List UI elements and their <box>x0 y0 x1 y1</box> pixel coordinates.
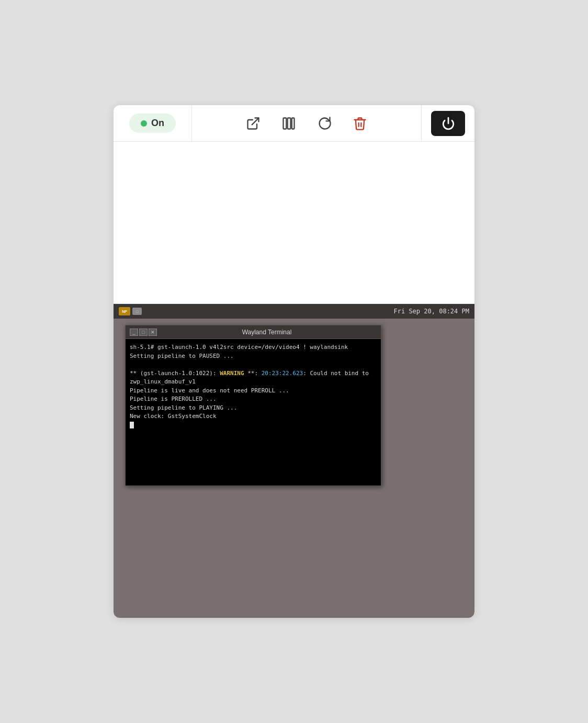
power-icon <box>442 117 455 130</box>
refresh-icon <box>317 116 332 131</box>
terminal-line-6: Pipeline is PREROLLED ... <box>130 395 377 404</box>
delete-button[interactable] <box>349 113 370 134</box>
status-label: On <box>151 118 164 129</box>
terminal-controls: _ □ ✕ <box>130 329 157 336</box>
toolbar: On <box>114 105 474 142</box>
svg-line-0 <box>252 118 259 125</box>
status-section: On <box>114 105 192 141</box>
power-button[interactable] <box>431 111 465 136</box>
status-dot <box>141 120 147 127</box>
svg-rect-3 <box>292 118 295 129</box>
terminal-line-7: Setting pipeline to PLAYING ... <box>130 404 377 413</box>
terminal-cursor-line <box>130 421 377 430</box>
external-link-button[interactable] <box>243 113 264 134</box>
desktop-area: NP □ Fri Sep 20, 08:24 PM _ □ ✕ Wayland … <box>114 304 474 618</box>
columns-button[interactable] <box>278 113 299 134</box>
delete-icon <box>353 116 367 131</box>
power-section <box>422 105 474 141</box>
content-area <box>114 142 474 304</box>
columns-icon <box>281 116 296 131</box>
taskbar: NP □ Fri Sep 20, 08:24 PM <box>114 304 474 319</box>
terminal-line-1: sh-5.1# gst-launch-1.0 v4l2src device=/d… <box>130 343 377 352</box>
taskbar-time: Fri Sep 20, 08:24 PM <box>394 308 470 315</box>
svg-rect-1 <box>284 118 287 129</box>
terminal-cursor <box>130 422 134 428</box>
toolbar-icons-section <box>192 105 422 141</box>
terminal-line-4: ** (gst-launch-1.0:1022): WARNING **: 20… <box>130 369 377 387</box>
terminal-maximize-button[interactable]: □ <box>139 329 148 336</box>
external-link-icon <box>246 116 261 131</box>
terminal-line-2: Setting pipeline to PAUSED ... <box>130 352 377 361</box>
terminal-titlebar: _ □ ✕ Wayland Terminal <box>126 325 381 339</box>
terminal-line-3 <box>130 360 377 369</box>
terminal-line-5: Pipeline is live and does not need PRERO… <box>130 387 377 396</box>
terminal-minimize-button[interactable]: _ <box>130 329 138 336</box>
taskbar-logo: NP <box>119 307 130 315</box>
svg-rect-2 <box>288 118 291 129</box>
refresh-button[interactable] <box>314 113 335 134</box>
taskbar-logo2: □ <box>132 308 142 315</box>
terminal-body[interactable]: sh-5.1# gst-launch-1.0 v4l2src device=/d… <box>126 339 381 485</box>
terminal-line-8: New clock: GstSystemClock <box>130 412 377 421</box>
main-card: On <box>114 105 474 618</box>
taskbar-icons: NP □ <box>119 307 142 315</box>
terminal-title: Wayland Terminal <box>157 329 377 336</box>
terminal-window: _ □ ✕ Wayland Terminal sh-5.1# gst-launc… <box>125 325 381 486</box>
terminal-close-button[interactable]: ✕ <box>149 329 157 336</box>
status-badge[interactable]: On <box>129 114 176 133</box>
